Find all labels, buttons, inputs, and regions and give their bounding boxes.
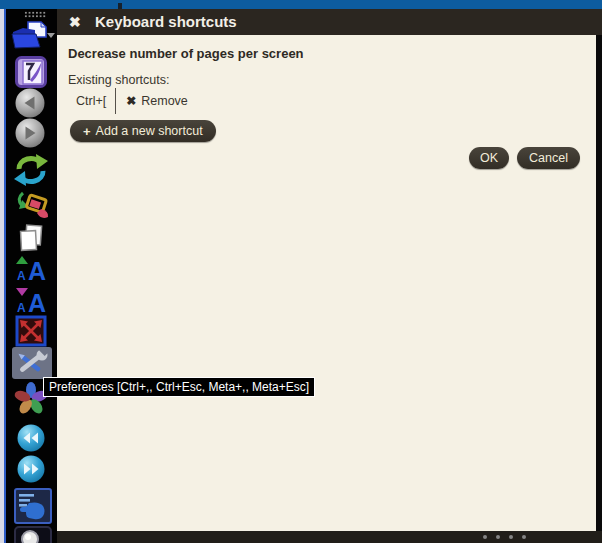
hand-tool-button[interactable]	[14, 488, 52, 524]
window-top-bar	[0, 0, 602, 9]
dialog-actions: OK Cancel	[469, 147, 580, 169]
add-shortcut-label: Add a new shortcut	[96, 124, 203, 138]
hand-tool-icon	[16, 490, 50, 522]
copy-pages-button[interactable]	[16, 223, 46, 253]
dialog-header: ✖ Keyboard shortcuts	[57, 9, 602, 35]
open-file-button[interactable]	[10, 20, 56, 50]
decrease-font-button[interactable]: A A	[13, 286, 49, 314]
pages-icon	[16, 223, 46, 253]
remove-label: Remove	[141, 94, 188, 108]
reload-button[interactable]	[13, 152, 49, 188]
bottom-bar	[57, 531, 602, 543]
plus-icon: +	[83, 124, 91, 139]
djvu-document-button[interactable]	[15, 56, 47, 88]
fullscreen-icon	[15, 315, 47, 347]
top-bar-notch	[118, 3, 122, 9]
fullscreen-button[interactable]	[15, 315, 47, 347]
ok-button[interactable]: OK	[469, 147, 509, 169]
preferences-button[interactable]	[12, 347, 52, 379]
go-forward-button[interactable]	[14, 117, 46, 149]
app-window: A A A A	[0, 0, 602, 543]
add-shortcut-button[interactable]: + Add a new shortcut	[70, 120, 216, 142]
increase-font-icon: A A	[13, 254, 49, 282]
preferences-tooltip: Preferences [Ctrl+,, Ctrl+Esc, Meta+,, M…	[43, 377, 315, 397]
fast-forward-button[interactable]	[16, 454, 46, 484]
fast-backward-button[interactable]	[16, 423, 46, 453]
shortcut-divider	[115, 88, 116, 114]
fill-color-button[interactable]	[13, 190, 51, 220]
open-folder-icon	[10, 20, 56, 50]
reload-icon	[13, 152, 49, 188]
existing-shortcuts-label: Existing shortcuts:	[68, 73, 169, 87]
back-arrow-icon	[14, 87, 46, 119]
toolbar-grip-handle[interactable]	[24, 11, 46, 18]
svg-text:A: A	[28, 257, 46, 282]
sidebar-accent-line	[4, 9, 6, 543]
decrease-font-icon: A A	[13, 286, 49, 314]
fill-color-icon	[13, 190, 51, 220]
preferences-tools-icon	[12, 347, 52, 379]
drag-dots-handle[interactable]	[483, 535, 526, 539]
shortcut-action-heading: Decrease number of pages per screen	[68, 46, 304, 61]
fast-forward-icon	[16, 454, 46, 484]
zoom-button[interactable]	[14, 526, 52, 543]
window-right-edge	[596, 35, 602, 543]
forward-arrow-icon	[14, 117, 46, 149]
shortcut-keys[interactable]: Ctrl+[	[68, 94, 106, 108]
remove-shortcut-button[interactable]: ✖ Remove	[126, 94, 188, 108]
svg-text:A: A	[28, 289, 46, 314]
chevron-down-icon	[47, 33, 55, 38]
remove-x-icon: ✖	[126, 94, 136, 108]
cancel-button[interactable]: Cancel	[517, 147, 580, 169]
dialog-title: Keyboard shortcuts	[95, 9, 237, 35]
djvu-document-icon	[15, 56, 47, 88]
shortcut-row: Ctrl+[ ✖ Remove	[68, 87, 188, 114]
fast-backward-icon	[16, 423, 46, 453]
toolbar-sidebar: A A A A	[6, 9, 57, 543]
svg-text:A: A	[17, 301, 26, 314]
increase-font-button[interactable]: A A	[13, 254, 49, 282]
magnifier-icon	[14, 526, 52, 543]
close-icon[interactable]: ✖	[69, 9, 81, 35]
go-back-button[interactable]	[14, 87, 46, 119]
dialog-content: Decrease number of pages per screen Exis…	[57, 35, 596, 531]
svg-text:A: A	[17, 269, 26, 282]
